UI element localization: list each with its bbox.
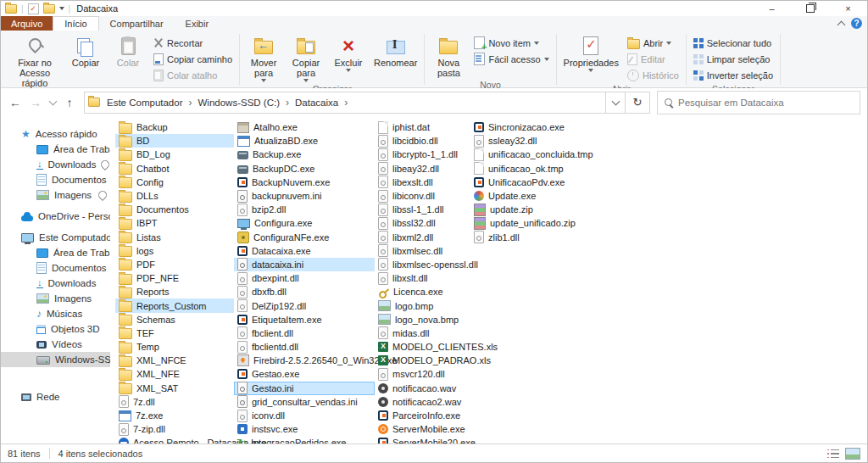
file-item[interactable]: libxmlsec.dll bbox=[375, 244, 470, 258]
search-box[interactable]: Pesquisar em Datacaixa bbox=[657, 91, 860, 114]
file-item[interactable]: IBPT bbox=[115, 216, 234, 230]
file-item[interactable]: Atalho.exe bbox=[234, 120, 375, 134]
sidebar-item-documents-pinned[interactable]: Documentos bbox=[1, 172, 110, 187]
paste-shortcut-button[interactable]: Colar atalho bbox=[150, 67, 236, 83]
file-item[interactable]: Firebird-2.5.2.26540_0_Win32.exe bbox=[234, 354, 375, 367]
file-item[interactable]: libexslt.dll bbox=[375, 176, 470, 189]
file-item[interactable]: UnificacaoPdv.exe bbox=[470, 176, 623, 189]
file-item[interactable]: Update.exe bbox=[470, 189, 623, 203]
new-item-button[interactable]: + Novo item bbox=[470, 35, 552, 51]
file-item[interactable]: XML_NFCE bbox=[115, 354, 234, 367]
tab-home[interactable]: Início bbox=[53, 16, 98, 31]
delete-button[interactable]: × Excluir bbox=[328, 34, 369, 73]
file-item[interactable]: libxml2.dll bbox=[375, 231, 470, 244]
file-item[interactable]: iconv.dll bbox=[234, 409, 375, 422]
file-item[interactable]: notificacao2.wav bbox=[375, 395, 470, 409]
minimize-button[interactable]: – bbox=[753, 1, 791, 16]
file-item[interactable]: Backup bbox=[115, 120, 234, 134]
file-item[interactable]: ServerMobile.exe bbox=[375, 422, 470, 436]
recent-locations-button[interactable] bbox=[47, 100, 58, 104]
sidebar-item-music[interactable]: ♪Músicas bbox=[1, 306, 110, 321]
breadcrumb-item[interactable]: Windows-SSD (C:) bbox=[193, 98, 285, 108]
sidebar-item-videos[interactable]: Vídeos bbox=[1, 337, 110, 352]
refresh-button[interactable]: ↻ bbox=[626, 92, 650, 114]
file-item[interactable]: fbclient.dll bbox=[234, 326, 375, 340]
forward-button[interactable]: → bbox=[26, 92, 45, 113]
file-item[interactable]: libiconv.dll bbox=[375, 189, 470, 203]
file-item[interactable]: libcidbio.dll bbox=[375, 134, 470, 148]
back-button[interactable]: ← bbox=[6, 92, 25, 113]
tab-share[interactable]: Compartilhar bbox=[99, 16, 175, 31]
sidebar-item-downloads-pinned[interactable]: ↓Downloads bbox=[1, 157, 110, 172]
sidebar-item-objects-3d[interactable]: Objetos 3D bbox=[1, 321, 110, 337]
file-item[interactable]: Configura.exe bbox=[234, 216, 375, 230]
file-item[interactable]: Temp bbox=[115, 340, 234, 354]
file-item[interactable]: libeay32.dll bbox=[375, 162, 470, 176]
file-item[interactable]: Gestao.ini bbox=[234, 382, 375, 395]
file-item[interactable]: dbexpint.dll bbox=[234, 271, 375, 285]
breadcrumb-item[interactable]: Este Computador bbox=[102, 98, 188, 108]
select-all-button[interactable]: Selecionar tudo bbox=[690, 35, 776, 51]
breadcrumb-separator-icon[interactable]: › bbox=[343, 97, 348, 109]
sidebar-item-documents[interactable]: Documentos bbox=[1, 260, 110, 276]
file-item[interactable]: PDF bbox=[115, 258, 234, 271]
file-item[interactable]: BackupNuvem.exe bbox=[234, 176, 375, 189]
file-item[interactable]: Datacaixa.exe bbox=[234, 244, 375, 258]
copy-path-button[interactable]: Copiar caminho bbox=[150, 51, 236, 67]
file-item[interactable]: BD_Log bbox=[115, 148, 234, 161]
sidebar-item-network[interactable]: Rede bbox=[1, 389, 110, 404]
large-icons-view-button[interactable] bbox=[845, 448, 860, 460]
file-item[interactable]: iphist.dat bbox=[375, 120, 470, 134]
file-item[interactable]: datacaixa.ini bbox=[234, 258, 375, 271]
file-item[interactable]: libxmlsec-openssl.dll bbox=[375, 258, 470, 271]
file-item[interactable]: XML_NFE bbox=[115, 367, 234, 381]
quick-access-properties-icon[interactable]: ✓ bbox=[28, 3, 39, 14]
copy-to-button[interactable]: Copiar para bbox=[286, 34, 326, 83]
file-item[interactable]: EtiquetaItem.exe bbox=[234, 313, 375, 326]
sidebar-item-quick-access[interactable]: ★Acesso rápido bbox=[1, 126, 110, 142]
file-item[interactable]: Licenca.exe bbox=[375, 285, 470, 298]
new-folder-button[interactable]: Nova pasta bbox=[428, 34, 469, 79]
file-item[interactable]: 7z.exe bbox=[115, 409, 234, 422]
file-item[interactable]: Schemas bbox=[115, 313, 234, 326]
file-item[interactable]: Reports_Custom bbox=[115, 298, 234, 312]
invert-selection-button[interactable]: Inverter seleção bbox=[690, 67, 776, 83]
file-item[interactable]: logo_nova.bmp bbox=[375, 313, 470, 326]
file-item[interactable]: Gestao.exe bbox=[234, 367, 375, 381]
file-item[interactable]: 7-zip.dll bbox=[115, 422, 234, 436]
file-item[interactable]: fbclientd.dll bbox=[234, 340, 375, 354]
file-item[interactable]: unificacao_concluida.tmp bbox=[470, 148, 623, 161]
file-item[interactable]: MODELO_PADRAO.xls bbox=[375, 354, 470, 367]
file-item[interactable]: ParceiroInfo.exe bbox=[375, 409, 470, 422]
file-item[interactable]: libssl32.dll bbox=[375, 216, 470, 230]
sidebar-item-pictures-pinned[interactable]: Imagens bbox=[1, 187, 110, 203]
copy-button[interactable]: Copiar bbox=[65, 34, 106, 69]
collapse-ribbon-icon[interactable] bbox=[837, 20, 846, 29]
file-item[interactable]: Config bbox=[115, 176, 234, 189]
properties-button[interactable]: ✓ Propriedades bbox=[560, 34, 622, 73]
file-item[interactable]: midas.dll bbox=[375, 326, 470, 340]
file-item[interactable]: backupnuvem.ini bbox=[234, 189, 375, 203]
sidebar-item-this-pc[interactable]: Este Computador bbox=[1, 230, 110, 245]
move-to-button[interactable]: ← Mover para bbox=[243, 34, 284, 83]
breadcrumb-item[interactable]: Datacaixa bbox=[290, 98, 343, 108]
file-item[interactable]: libssl-1_1.dll bbox=[375, 203, 470, 216]
file-item[interactable]: instsvc.exe bbox=[234, 422, 375, 436]
details-view-button[interactable] bbox=[827, 449, 840, 459]
file-item[interactable]: logo.bmp bbox=[375, 298, 470, 312]
file-item[interactable]: msvcr120.dll bbox=[375, 367, 470, 381]
file-item[interactable]: BD bbox=[115, 134, 234, 148]
file-item[interactable]: Documentos bbox=[115, 203, 234, 216]
clear-selection-button[interactable]: Limpar seleção bbox=[690, 51, 776, 67]
file-item[interactable]: update_unificado.zip bbox=[470, 216, 623, 230]
file-item[interactable]: Backup.exe bbox=[234, 148, 375, 161]
file-item[interactable]: ↻IntegracaoPedidos.exe bbox=[234, 436, 375, 443]
file-item[interactable]: TEF bbox=[115, 326, 234, 340]
file-item[interactable]: Listas bbox=[115, 231, 234, 244]
close-button[interactable]: × bbox=[829, 1, 867, 16]
file-item[interactable]: ConfiguraNFe.exe bbox=[234, 231, 375, 244]
file-item[interactable]: libcrypto-1_1.dll bbox=[375, 148, 470, 161]
tab-view[interactable]: Exibir bbox=[175, 16, 220, 31]
restore-button[interactable] bbox=[791, 1, 829, 16]
file-item[interactable]: MODELO_CLIENTES.xls bbox=[375, 340, 470, 354]
